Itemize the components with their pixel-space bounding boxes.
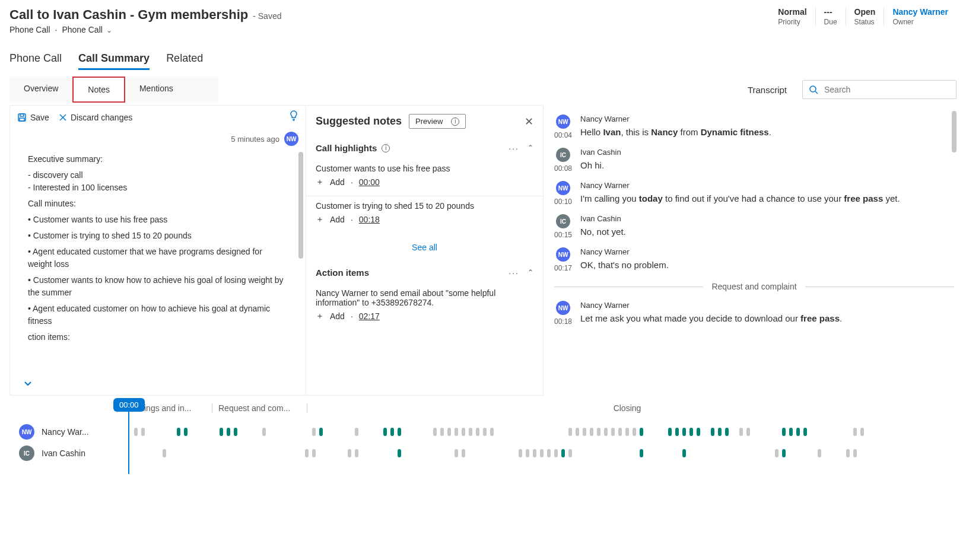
close-icon [59,113,67,122]
utterance-timestamp: 00:18 [554,317,572,326]
svg-rect-4 [20,118,24,121]
status-stat[interactable]: Open Status [846,7,885,26]
timestamp-link[interactable]: 02:17 [359,311,380,321]
transcript-heading: Transcript [748,85,787,95]
transcript-panel: NW 00:04 Nancy Warner Hello Ivan, this i… [544,105,957,396]
tab-call-summary[interactable]: Call Summary [78,49,150,70]
highlight-item: Customer wants to use his free pass ＋ Ad… [306,159,543,196]
record-title: Call to Ivan Cashin - Gym membership [9,7,248,23]
action-item: Nancy Warner to send email about "some h… [306,284,543,330]
track-bar[interactable] [113,447,947,460]
save-icon [17,113,27,122]
utterance-text: I'm calling you today to find out if you… [580,192,900,206]
priority-stat[interactable]: Normal Priority [770,7,815,26]
segment-label[interactable]: Request and com... [212,403,307,413]
plus-icon[interactable]: ＋ [316,214,324,225]
info-icon[interactable]: i [382,144,390,152]
speaker-name: Nancy Warner [580,114,771,123]
utterance-text: OK, that's no problem. [580,259,669,272]
close-suggested-button[interactable]: ✕ [525,115,533,128]
entity-name: Phone Call [9,25,50,34]
transcript-search[interactable] [802,80,957,99]
speaker-avatar: NW [556,181,570,195]
utterance-text: Oh hi. [580,159,621,173]
transcript-row[interactable]: IC 00:08 Ivan Cashin Oh hi. [554,148,954,173]
discard-button[interactable]: Discard changes [59,113,132,122]
segment-divider: Request and complaint [554,282,954,291]
utterance-text: Hello Ivan, this is Nancy from Dynamic f… [580,126,771,139]
timeline-segments: Greetings and in... Request and com... C… [117,398,947,418]
form-selector[interactable]: Phone Call ⌄ [62,25,112,34]
add-action-button[interactable]: Add [330,311,345,321]
utterance-timestamp: 00:10 [554,198,572,206]
chevron-up-icon[interactable]: ⌃ [528,144,533,153]
utterance-text: Let me ask you what made you decide to d… [580,312,842,326]
timeline-track: NW Nancy War... [19,424,947,440]
timestamp-link[interactable]: 00:00 [359,177,380,187]
utterance-timestamp: 00:04 [554,131,572,139]
call-highlights-title: Call highlights [316,143,377,153]
add-highlight-button[interactable]: Add [330,177,345,187]
owner-stat[interactable]: Nancy Warner Owner [884,7,957,26]
transcript-row[interactable]: IC 00:15 Ivan Cashin No, not yet. [554,214,954,239]
tab-related[interactable]: Related [166,49,203,70]
speaker-name: Ivan Cashin [580,148,621,157]
plus-icon[interactable]: ＋ [316,177,324,187]
sub-tab-mentions[interactable]: Mentions [125,77,188,103]
speaker-avatar: IC [556,148,570,162]
plus-icon[interactable]: ＋ [316,311,324,322]
summary-sub-tabs: Overview Notes Mentions [9,77,218,103]
notes-editor[interactable]: Executive summary: - discovery call- Int… [10,146,306,371]
scrollbar[interactable] [298,152,303,259]
header-metrics: Normal Priority --- Due Open Status Nanc… [770,7,957,26]
track-name: Ivan Cashin [42,448,106,458]
speaker-avatar: IC [556,214,570,228]
chevron-up-icon[interactable]: ⌃ [528,268,533,278]
suggested-notes-panel: Suggested notes Preview i ✕ Call highlig… [306,105,544,396]
utterance-timestamp: 00:15 [554,231,572,239]
transcript-row[interactable]: NW 00:10 Nancy Warner I'm calling you to… [554,181,954,206]
tab-phone-call[interactable]: Phone Call [9,49,62,70]
see-all-link[interactable]: See all [306,233,543,262]
call-timeline: 00:00 Greetings and in... Request and co… [9,398,957,474]
svg-rect-3 [20,114,24,116]
highlight-item: Customer is trying to shed 15 to 20 poun… [306,196,543,233]
utterance-timestamp: 00:08 [554,164,572,173]
timestamp-link[interactable]: 00:18 [359,215,380,224]
notes-author-avatar: NW [284,132,298,146]
chevron-down-icon [23,378,33,388]
preview-button[interactable]: Preview i [409,114,466,129]
speaker-avatar: NW [556,247,570,262]
utterance-timestamp: 00:17 [554,264,572,272]
more-icon[interactable]: ··· [509,268,519,278]
transcript-row[interactable]: NW 00:04 Nancy Warner Hello Ivan, this i… [554,114,954,139]
sub-tab-overview[interactable]: Overview [9,77,72,103]
collapse-toggle[interactable] [23,378,33,390]
notes-timestamp: 5 minutes ago [231,135,279,144]
segment-label[interactable]: Closing [307,403,947,413]
main-tab-bar: Phone Call Call Summary Related [0,49,966,71]
speaker-name: Nancy Warner [580,301,842,310]
search-input[interactable] [823,84,950,95]
speaker-avatar: NW [556,301,570,315]
speaker-avatar: NW [556,114,570,129]
speaker-name: Ivan Cashin [580,214,626,223]
track-bar[interactable] [113,425,947,438]
transcript-row[interactable]: NW 00:18 Nancy Warner Let me ask you wha… [554,301,954,326]
more-icon[interactable]: ··· [509,144,519,153]
track-name: Nancy War... [42,427,106,437]
save-button[interactable]: Save [17,113,49,122]
utterance-text: No, not yet. [580,225,626,239]
notes-panel: Save Discard changes 5 minutes ago NW [9,105,306,396]
scrollbar[interactable] [952,111,957,152]
chevron-down-icon: ⌄ [106,26,112,34]
track-avatar: IC [19,446,34,461]
sub-tab-notes[interactable]: Notes [72,77,125,103]
svg-point-0 [810,86,816,92]
sub-tab-blank[interactable] [188,77,218,103]
saved-indicator: - Saved [253,11,281,21]
due-stat[interactable]: --- Due [816,7,846,26]
add-highlight-button[interactable]: Add [330,215,345,224]
lightbulb-icon[interactable] [289,110,298,125]
transcript-row[interactable]: NW 00:17 Nancy Warner OK, that's no prob… [554,247,954,272]
